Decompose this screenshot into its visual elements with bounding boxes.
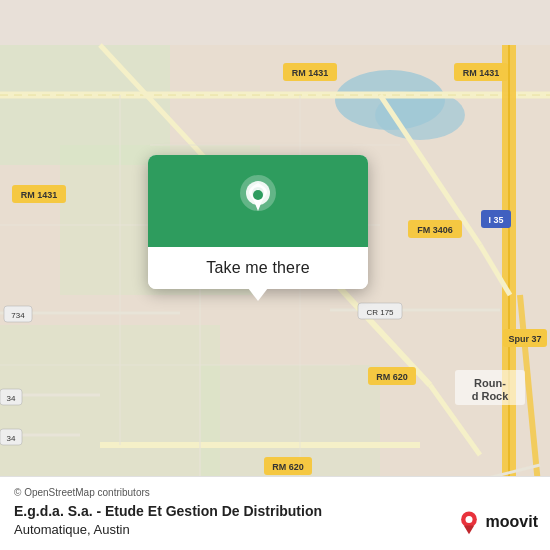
svg-text:I 35: I 35 [488, 215, 503, 225]
svg-text:FM 3406: FM 3406 [417, 225, 453, 235]
place-subtitle: Automatique, Austin [14, 522, 130, 537]
svg-text:RM 1431: RM 1431 [463, 68, 500, 78]
svg-point-66 [465, 516, 472, 523]
popup-header [148, 155, 368, 247]
moovit-logo: moovit [455, 508, 538, 536]
svg-text:CR 175: CR 175 [366, 308, 394, 317]
moovit-text: moovit [486, 513, 538, 531]
popup-card: Take me there [148, 155, 368, 289]
svg-text:RM 620: RM 620 [376, 372, 408, 382]
svg-point-62 [253, 190, 263, 200]
place-name: E.g.d.a. S.a. - Etude Et Gestion De Dist… [14, 503, 322, 519]
popup-triangle [248, 288, 268, 301]
svg-text:734: 734 [11, 311, 25, 320]
take-me-there-button[interactable]: Take me there [148, 247, 368, 289]
svg-text:RM 1431: RM 1431 [292, 68, 329, 78]
moovit-icon [455, 508, 483, 536]
osm-credit-text: © OpenStreetMap contributors [14, 487, 150, 498]
svg-text:34: 34 [7, 434, 16, 443]
svg-text:Spur 37: Spur 37 [508, 334, 541, 344]
svg-text:RM 1431: RM 1431 [21, 190, 58, 200]
svg-text:Roun-: Roun- [474, 377, 506, 389]
osm-credit: © OpenStreetMap contributors [14, 487, 536, 498]
location-pin-icon [236, 173, 280, 229]
svg-text:d Rock: d Rock [472, 390, 510, 402]
svg-text:RM 620: RM 620 [272, 462, 304, 472]
svg-text:34: 34 [7, 394, 16, 403]
map-container: RM 1431 RM 1431 RM 1431 FM 3406 I 35 CR … [0, 0, 550, 550]
